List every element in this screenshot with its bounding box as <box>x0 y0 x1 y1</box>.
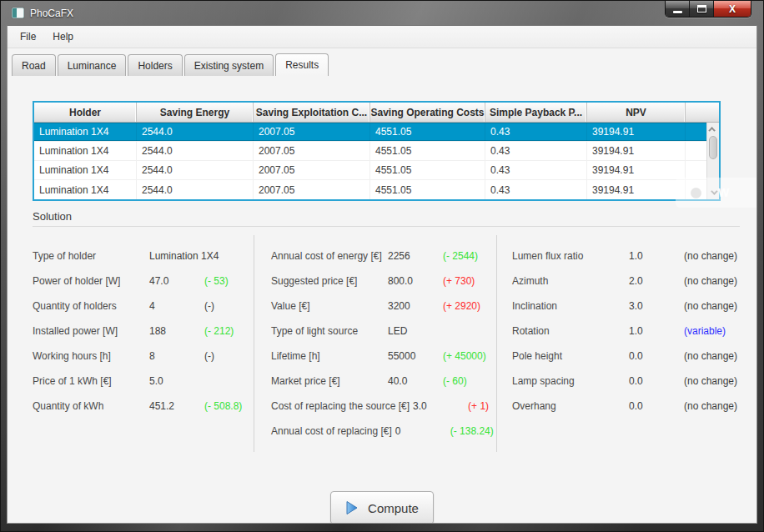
table-cell-filler <box>686 142 706 160</box>
solution-row-value: 5.0 <box>149 375 204 387</box>
solution-row-change: (- 508.8) <box>204 400 242 412</box>
solution-row-value: 1.0 <box>629 250 684 262</box>
column-header[interactable]: Simple Payback P... <box>485 103 587 122</box>
close-button[interactable]: X <box>714 1 751 17</box>
minimize-button[interactable] <box>666 1 690 17</box>
solution-row: Type of light sourceLED <box>271 319 496 344</box>
solution-row-change: (- 212) <box>204 325 234 337</box>
menu-help[interactable]: Help <box>44 26 82 48</box>
table-cell: Lumination 1X4 <box>34 180 137 199</box>
solution-row-label: Inclination <box>512 300 629 312</box>
solution-row: Value [€]3200(+ 2920) <box>271 294 496 319</box>
table-scrollbar[interactable] <box>706 123 719 199</box>
table-cell: 0.43 <box>485 161 587 179</box>
solution-row-value: 0 <box>395 425 450 437</box>
solution-row-label: Cost of replacing the source [€] <box>271 400 413 412</box>
solution-column-3: Lumen flux ratio1.0(no change)Azimuth2.0… <box>497 235 756 452</box>
solution-row-change: (no change) <box>684 375 737 387</box>
solution-row-change: (no change) <box>684 250 737 262</box>
results-table: HolderSaving EnergySaving Exploitation C… <box>33 101 721 201</box>
column-header[interactable]: Holder <box>34 103 137 122</box>
tab-holders[interactable]: Holders <box>128 54 182 76</box>
solution-row-change: (+ 45000) <box>443 350 486 362</box>
solution-row-label: Annual cost of energy [€] <box>271 250 388 262</box>
solution-row-label: Rotation <box>512 325 629 337</box>
tab-results[interactable]: Results <box>275 53 329 76</box>
solution-row-label: Quantity of kWh <box>33 400 149 412</box>
table-cell: 39194.91 <box>587 161 686 179</box>
compute-button-label: Compute <box>368 501 419 515</box>
solution-row-change: (- 60) <box>443 375 467 387</box>
solution-row-label: Lifetime [h] <box>271 350 388 362</box>
window-title: PhoCaFX <box>30 8 73 19</box>
solution-row-value: 2256 <box>388 250 443 262</box>
solution-row-value: 3200 <box>388 300 443 312</box>
table-cell: 2544.0 <box>137 161 254 179</box>
compute-button[interactable]: Compute <box>330 491 434 524</box>
solution-row-label: Pole height <box>512 350 629 362</box>
play-icon <box>345 500 359 515</box>
maximize-icon <box>697 5 706 13</box>
scrollbar-thumb[interactable] <box>709 136 717 159</box>
column-header[interactable]: Saving Energy <box>137 103 254 122</box>
table-cell: 0.43 <box>485 180 587 199</box>
solution-row-value: 0.0 <box>629 350 684 362</box>
solution-row-change: (+ 2920) <box>443 300 480 312</box>
solution-row-label: Power of holder [W] <box>33 275 149 287</box>
close-icon: X <box>729 3 736 15</box>
column-header[interactable]: Saving Exploitation C... <box>254 103 370 122</box>
solution-row-label: Working hours [h] <box>33 350 149 362</box>
table-cell: 2544.0 <box>137 142 254 160</box>
table-cell: 39194.91 <box>587 180 686 199</box>
tab-luminance[interactable]: Luminance <box>58 54 127 76</box>
table-cell: 2007.05 <box>254 161 370 179</box>
solution-row-value: 4 <box>149 300 204 312</box>
solution-row: Installed power [W]188(- 212) <box>33 319 254 344</box>
table-cell: 4551.05 <box>370 161 485 179</box>
solution-row: Working hours [h]8(-) <box>33 344 254 369</box>
column-header[interactable]: Saving Operating Costs <box>370 103 485 122</box>
tab-road[interactable]: Road <box>12 54 56 76</box>
scroll-up-icon[interactable] <box>707 123 719 135</box>
table-cell: 4551.05 <box>370 123 485 141</box>
solution-row: Azimuth2.0(no change) <box>512 269 756 294</box>
solution-row-value: 3.0 <box>413 400 468 412</box>
solution-row-value: 451.2 <box>149 400 204 412</box>
table-cell: 2007.05 <box>254 142 370 160</box>
table-row[interactable]: Lumination 1X42544.02007.054551.050.4339… <box>34 123 706 142</box>
tab-existing-system[interactable]: Existing system <box>184 54 274 76</box>
solution-row: Pole height0.0(no change) <box>512 344 756 369</box>
table-row[interactable]: Lumination 1X42544.02007.054551.050.4339… <box>34 142 706 161</box>
table-cell: 0.43 <box>485 123 587 141</box>
table-cell-filler <box>686 123 706 141</box>
title-bar[interactable]: PhoCaFX <box>1 1 763 25</box>
table-cell-filler <box>686 161 706 179</box>
solution-row-label: Annual cost of replacing [€] <box>271 425 395 437</box>
table-body: Lumination 1X42544.02007.054551.050.4339… <box>34 123 719 199</box>
column-header[interactable]: NPV <box>587 103 686 122</box>
table-cell: Lumination 1X4 <box>34 142 137 160</box>
menu-file[interactable]: File <box>12 26 44 48</box>
minimize-icon <box>673 11 682 13</box>
maximize-button[interactable] <box>690 1 714 17</box>
solution-row: Quantity of holders4(-) <box>33 294 254 319</box>
solution-row-label: Azimuth <box>512 275 629 287</box>
scroll-down-icon[interactable] <box>707 187 719 198</box>
table-row[interactable]: Lumination 1X42544.02007.054551.050.4339… <box>34 180 706 199</box>
solution-row: Price of 1 kWh [€]5.0 <box>33 369 254 394</box>
solution-row: Lumen flux ratio1.0(no change) <box>512 243 756 269</box>
solution-row-value: 2.0 <box>629 275 684 287</box>
solution-row: Overhang0.0(no change) <box>512 394 756 419</box>
solution-row: Inclination3.0(no change) <box>512 294 756 319</box>
table-cell: 39194.91 <box>587 123 686 141</box>
solution-row-label: Type of light source <box>271 325 388 337</box>
solution-column-2: Annual cost of energy [€]2256(- 2544)Sug… <box>254 235 496 452</box>
solution-row-change: (variable) <box>684 325 726 337</box>
solution-row-label: Price of 1 kWh [€] <box>33 375 149 387</box>
solution-row-value: 47.0 <box>149 275 204 287</box>
solution-row: Annual cost of replacing [€]0(- 138.24) <box>271 419 496 444</box>
table-cell: 2007.05 <box>254 180 370 199</box>
solution-row-change: (no change) <box>684 275 737 287</box>
table-row[interactable]: Lumination 1X42544.02007.054551.050.4339… <box>34 161 706 180</box>
table-cell: 2544.0 <box>137 123 254 141</box>
